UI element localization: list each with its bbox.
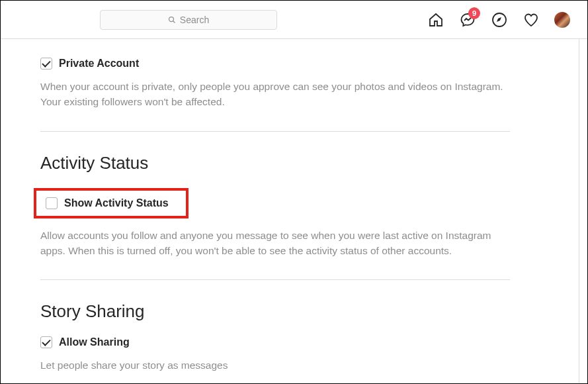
- private-account-label: Private Account: [59, 58, 139, 70]
- show-activity-checkbox[interactable]: [46, 197, 58, 209]
- story-sharing-title: Story Sharing: [40, 301, 510, 322]
- messenger-badge: 9: [468, 7, 480, 19]
- show-activity-highlight: Show Activity Status: [34, 188, 189, 218]
- private-account-section: Private Account When your account is pri…: [40, 52, 510, 126]
- top-nav-bar: Search 9: [1, 1, 587, 39]
- home-icon[interactable]: [427, 11, 444, 28]
- svg-line-1: [173, 21, 175, 23]
- nav-icons: 9: [427, 11, 574, 28]
- explore-icon[interactable]: [491, 11, 508, 28]
- divider: [40, 131, 510, 132]
- svg-point-0: [169, 17, 173, 21]
- show-activity-label: Show Activity Status: [64, 197, 169, 209]
- allow-sharing-checkbox[interactable]: [40, 336, 52, 348]
- messenger-icon[interactable]: 9: [459, 11, 476, 28]
- svg-marker-3: [497, 17, 501, 22]
- activity-status-desc: Allow accounts you follow and anyone you…: [40, 228, 510, 259]
- allow-sharing-row: Allow Sharing: [40, 336, 510, 348]
- private-account-checkbox[interactable]: [40, 58, 52, 70]
- settings-scroll[interactable]: Private Account When your account is pri…: [1, 39, 579, 383]
- private-account-desc: When your account is private, only peopl…: [40, 79, 510, 110]
- divider: [40, 279, 510, 280]
- avatar[interactable]: [554, 12, 570, 28]
- settings-content: Private Account When your account is pri…: [1, 39, 550, 383]
- heart-icon[interactable]: [523, 11, 540, 28]
- allow-sharing-label: Allow Sharing: [59, 336, 130, 348]
- story-sharing-desc: Let people share your story as messages: [40, 358, 510, 373]
- search-input[interactable]: Search: [100, 10, 277, 30]
- search-placeholder: Search: [180, 15, 209, 25]
- story-sharing-section: Story Sharing Allow Sharing Let people s…: [40, 296, 510, 383]
- search-icon: [168, 16, 176, 24]
- activity-status-title: Activity Status: [40, 153, 510, 173]
- activity-status-section: Activity Status Show Activity Status All…: [40, 148, 510, 275]
- private-account-row: Private Account: [40, 58, 510, 70]
